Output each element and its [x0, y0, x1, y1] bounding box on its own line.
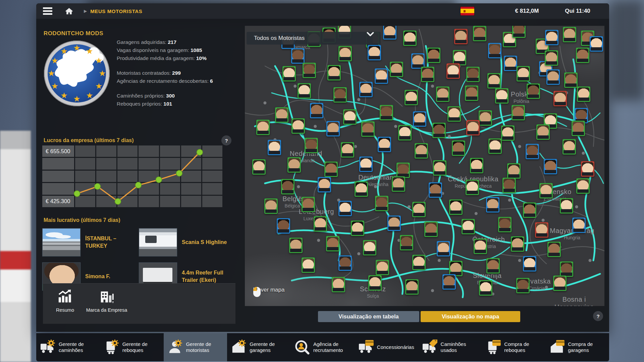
driver-marker[interactable] [289, 238, 303, 253]
driver-marker[interactable] [327, 65, 341, 80]
driver-marker[interactable] [400, 235, 413, 250]
driver-marker[interactable] [495, 88, 508, 104]
driver-marker[interactable] [338, 46, 352, 61]
driver-marker[interactable] [504, 56, 517, 71]
driver-marker[interactable] [436, 86, 449, 102]
driver-marker[interactable] [516, 278, 530, 293]
driver-marker[interactable] [526, 144, 539, 159]
driver-marker[interactable] [511, 236, 524, 252]
driver-marker[interactable] [449, 261, 463, 276]
driver-marker[interactable] [275, 107, 288, 123]
driver-marker[interactable] [452, 140, 465, 156]
driver-marker[interactable] [487, 73, 501, 88]
driver-marker[interactable] [264, 198, 278, 214]
driver-marker[interactable] [563, 27, 576, 42]
driver-marker[interactable] [282, 66, 296, 81]
driver-marker[interactable] [502, 178, 516, 193]
driver-marker[interactable] [523, 256, 536, 272]
driver-marker[interactable] [572, 121, 585, 136]
driver-marker[interactable] [466, 67, 480, 82]
driver-marker[interactable] [361, 121, 375, 137]
driver-marker[interactable] [287, 157, 301, 173]
driver-marker[interactable] [474, 239, 487, 254]
nav-compra-de-reboques[interactable]: Compra de reboques [482, 333, 545, 361]
driver-marker[interactable] [338, 201, 352, 216]
driver-marker[interactable] [454, 29, 468, 44]
menu-icon[interactable] [36, 3, 59, 19]
driver-marker[interactable] [314, 216, 327, 232]
driver-marker[interactable] [277, 218, 290, 234]
driver-marker[interactable] [252, 159, 266, 175]
drivers-map[interactable]: DinamarcaNederlandHolandaDeutschlandAlem… [245, 26, 604, 306]
home-icon[interactable] [59, 3, 79, 19]
top-performer-truck[interactable]: Scania S Highline [139, 225, 235, 259]
driver-marker[interactable] [453, 50, 466, 65]
driver-marker[interactable] [268, 140, 281, 155]
driver-marker[interactable] [581, 161, 594, 177]
driver-marker[interactable] [536, 124, 550, 140]
driver-marker[interactable] [368, 45, 381, 60]
driver-marker[interactable] [318, 177, 331, 192]
driver-marker[interactable] [544, 159, 557, 174]
driver-marker[interactable] [535, 222, 548, 238]
driver-marker[interactable] [465, 85, 478, 101]
driver-marker[interactable] [545, 50, 558, 66]
driver-marker[interactable] [368, 275, 382, 291]
driver-marker[interactable] [341, 142, 354, 158]
driver-marker[interactable] [560, 261, 573, 277]
driver-marker[interactable] [413, 111, 426, 127]
driver-marker[interactable] [432, 123, 446, 138]
driver-marker[interactable] [363, 240, 376, 255]
driver-marker[interactable] [281, 179, 294, 194]
driver-marker[interactable] [470, 158, 483, 173]
driver-marker[interactable] [553, 91, 567, 106]
nav-concessionárias[interactable]: Concessionárias [355, 333, 418, 361]
nav-gerente-de-motoristas[interactable]: Gerente de motoristas [164, 333, 227, 361]
driver-marker[interactable] [412, 255, 426, 270]
driver-marker[interactable] [403, 31, 417, 46]
driver-marker[interactable] [562, 139, 576, 155]
driver-marker[interactable] [326, 236, 339, 251]
driver-marker[interactable] [498, 217, 512, 232]
driver-marker[interactable] [576, 178, 590, 194]
driver-marker[interactable] [577, 86, 590, 102]
driver-marker[interactable] [298, 83, 311, 99]
driver-marker[interactable] [375, 68, 388, 84]
driver-marker[interactable] [405, 90, 418, 105]
nav-agência-de-recrutamento[interactable]: Agência de recrutamento [291, 333, 355, 361]
driver-marker[interactable] [324, 162, 338, 177]
driver-marker[interactable] [424, 222, 438, 237]
driver-marker[interactable] [442, 274, 456, 290]
driver-marker[interactable] [553, 276, 567, 291]
driver-marker[interactable] [429, 182, 442, 198]
driver-marker[interactable] [359, 82, 373, 97]
driver-marker[interactable] [392, 176, 405, 192]
panel-tab-resumo[interactable]: Resumo [44, 284, 86, 324]
driver-marker[interactable] [479, 110, 492, 126]
driver-marker[interactable] [486, 258, 500, 274]
table-view-button[interactable]: Visualização em tabela [318, 311, 419, 322]
driver-marker[interactable] [447, 106, 461, 122]
nav-caminhões-usados[interactable]: Caminhões usados [418, 333, 482, 361]
driver-marker[interactable] [291, 118, 305, 134]
driver-marker[interactable] [380, 105, 393, 120]
nav-gerente-de-reboques[interactable]: Gerente de reboques [100, 333, 164, 361]
driver-marker[interactable] [398, 125, 412, 140]
driver-marker[interactable] [488, 138, 502, 154]
driver-marker[interactable] [527, 83, 540, 99]
driver-marker[interactable] [564, 72, 578, 88]
driver-marker[interactable] [412, 202, 426, 217]
chart-help-button[interactable]: ? [221, 135, 231, 145]
driver-marker[interactable] [466, 180, 479, 195]
nav-compra-de-garagens[interactable]: Compra de garagens [545, 333, 609, 361]
driver-marker[interactable] [479, 280, 492, 296]
driver-marker[interactable] [507, 163, 521, 179]
driver-marker[interactable] [572, 218, 586, 233]
driver-marker[interactable] [256, 120, 270, 135]
driver-marker[interactable] [338, 255, 352, 271]
driver-marker[interactable] [376, 260, 389, 275]
driver-marker[interactable] [539, 183, 553, 198]
driver-marker[interactable] [343, 109, 357, 125]
driver-marker[interactable] [512, 105, 525, 120]
driver-marker[interactable] [415, 143, 428, 159]
